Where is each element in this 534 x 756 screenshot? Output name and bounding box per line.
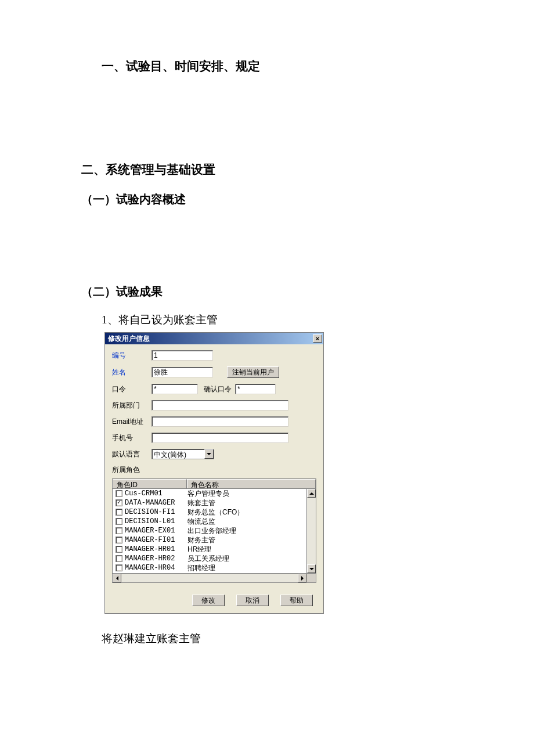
role-checkbox[interactable] <box>116 499 122 506</box>
heading-1: 一、试验目、时间安排、规定 <box>102 58 534 74</box>
role-name: HR经理 <box>187 545 211 555</box>
default-language-value: 中文(简体) <box>152 449 204 459</box>
subheading-1: （一）试验内容概述 <box>81 192 534 207</box>
titlebar[interactable]: 修改用户信息 × <box>105 333 323 344</box>
horizontal-scrollbar[interactable] <box>113 573 316 582</box>
modify-button[interactable]: 修改 <box>192 595 225 606</box>
role-checkbox[interactable] <box>116 490 122 497</box>
confirm-password-input[interactable] <box>235 384 276 394</box>
role-checkbox[interactable] <box>116 555 122 562</box>
role-row[interactable]: DATA-MANAGER账套主管 <box>113 498 316 507</box>
role-checkbox[interactable] <box>116 537 122 543</box>
scroll-right-icon[interactable] <box>298 574 306 582</box>
label-password: 口令 <box>112 384 148 394</box>
list-item-1: 1、将自己设为账套主管 <box>102 312 534 327</box>
vertical-scrollbar[interactable] <box>306 489 316 573</box>
close-icon[interactable]: × <box>313 334 322 343</box>
role-id: MANAGER-HR04 <box>125 564 187 572</box>
role-row[interactable]: MANAGER-HR01HR经理 <box>113 545 316 554</box>
logout-current-user-button[interactable]: 注销当前用户 <box>227 366 279 378</box>
roles-table: 角色ID 角色名称 Cus-CRM01客户管理专员DATA-MANAGER账套主… <box>112 478 316 583</box>
role-row[interactable]: MANAGER-HR04招聘经理 <box>113 563 316 573</box>
role-name: 财务主管 <box>187 535 215 545</box>
role-id: MANAGER-HR02 <box>125 555 187 563</box>
role-checkbox[interactable] <box>116 546 122 553</box>
label-name: 姓名 <box>112 368 148 377</box>
heading-2: 二、系统管理与基础设置 <box>81 161 534 178</box>
role-checkbox[interactable] <box>116 527 122 534</box>
role-checkbox[interactable] <box>116 518 122 525</box>
role-row[interactable]: MANAGER-HR02员工关系经理 <box>113 554 316 563</box>
dialog-title: 修改用户信息 <box>108 334 150 344</box>
role-name: 客户管理专员 <box>187 489 229 499</box>
password-input[interactable] <box>151 384 198 394</box>
subheading-2: （二）试验成果 <box>81 284 534 300</box>
role-row[interactable]: MANAGER-EX01出口业务部经理 <box>113 526 316 535</box>
role-id-header[interactable]: 角色ID <box>113 479 187 488</box>
label-id: 编号 <box>112 351 148 361</box>
role-name: 财务总监（CFO） <box>187 507 244 517</box>
role-name-header[interactable]: 角色名称 <box>187 479 316 488</box>
label-default-language: 默认语言 <box>112 449 148 459</box>
cancel-button[interactable]: 取消 <box>236 595 269 606</box>
name-input[interactable] <box>151 367 213 377</box>
role-name: 物流总监 <box>187 517 215 527</box>
role-id: DECISION-FI1 <box>125 508 187 516</box>
role-id: MANAGER-EX01 <box>125 527 187 535</box>
mobile-input[interactable] <box>151 433 288 443</box>
scroll-up-icon[interactable] <box>307 489 316 498</box>
id-input[interactable] <box>151 350 213 361</box>
help-button[interactable]: 帮助 <box>280 595 313 606</box>
label-department: 所属部门 <box>112 401 148 411</box>
role-name: 员工关系经理 <box>187 554 229 564</box>
email-input[interactable] <box>151 416 288 427</box>
role-row[interactable]: DECISION-L01物流总监 <box>113 517 316 526</box>
role-checkbox[interactable] <box>116 509 122 516</box>
role-name: 招聘经理 <box>187 563 215 573</box>
default-language-select[interactable]: 中文(简体) <box>151 449 214 459</box>
label-confirm-password: 确认口令 <box>204 384 232 394</box>
role-checkbox[interactable] <box>116 564 122 571</box>
department-input[interactable] <box>151 400 288 411</box>
role-id: MANAGER-FI01 <box>125 536 187 544</box>
role-id: MANAGER-HR01 <box>125 545 187 553</box>
edit-user-dialog: 修改用户信息 × 编号 姓名 注销当前用户 口令 确认口令 所属部门 Email… <box>104 332 324 614</box>
scroll-left-icon[interactable] <box>113 574 121 582</box>
role-row[interactable]: MANAGER-FI01财务主管 <box>113 535 316 545</box>
roles-section-label: 所属角色 <box>112 465 316 475</box>
label-mobile: 手机号 <box>112 433 148 443</box>
role-id: DATA-MANAGER <box>125 499 187 507</box>
scroll-down-icon[interactable] <box>307 564 316 573</box>
role-id: DECISION-L01 <box>125 517 187 525</box>
footer-text: 将赵琳建立账套主管 <box>102 631 534 646</box>
role-name: 出口业务部经理 <box>187 526 236 536</box>
label-email: Email地址 <box>112 417 148 427</box>
role-id: Cus-CRM01 <box>125 489 187 498</box>
role-row[interactable]: Cus-CRM01客户管理专员 <box>113 489 316 498</box>
chevron-down-icon[interactable] <box>204 449 214 459</box>
role-name: 账套主管 <box>187 498 215 508</box>
role-row[interactable]: DECISION-FI1财务总监（CFO） <box>113 507 316 517</box>
